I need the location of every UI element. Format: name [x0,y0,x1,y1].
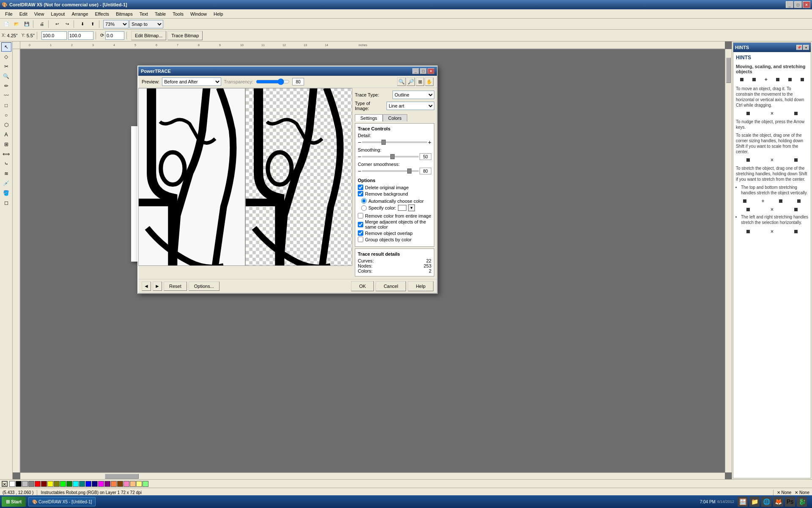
color-lightyellow[interactable] [136,481,142,487]
taskbar-icon-3[interactable]: 🌐 [761,497,771,507]
trace-bitmap-button[interactable]: Trace Bitmap [167,31,203,40]
color-olive[interactable] [54,481,60,487]
color-gray[interactable] [28,481,34,487]
snap-select[interactable]: Snap to [129,20,163,28]
outline-tool[interactable]: ◻ [1,198,11,207]
detail-track[interactable] [362,141,427,143]
undo-button[interactable]: ↩ [52,19,62,29]
colors-tab[interactable]: Colors [383,114,407,121]
redo-button[interactable]: ↪ [63,19,72,29]
corner-thumb[interactable] [407,168,411,174]
menu-layout[interactable]: Layout [47,11,68,17]
taskbar-icon-5[interactable]: 🐉 [797,497,807,507]
color-peach[interactable] [130,481,136,487]
menu-view[interactable]: View [31,11,48,17]
color-navy[interactable] [92,481,98,487]
color-green[interactable] [66,481,72,487]
menu-text[interactable]: Text [136,11,151,17]
title-bar-controls[interactable]: _ □ × [786,1,810,8]
corner-minus[interactable]: − [358,168,361,174]
help-button[interactable]: Help [408,281,433,291]
color-silver[interactable] [22,481,28,487]
blend-tool[interactable]: ≋ [1,169,11,178]
specify-color-swatch[interactable] [398,205,406,211]
remove-entire-check[interactable] [358,213,363,218]
h-scrollbar[interactable] [20,472,725,479]
merge-adjacent-check[interactable] [358,222,363,227]
menu-help[interactable]: Help [210,11,227,17]
table-tool[interactable]: ⊞ [1,140,11,149]
no-color-swatch[interactable]: ✕ [2,481,8,487]
fill-tool[interactable]: 🪣 [1,188,11,198]
edit-bitmap-button[interactable]: Edit Bitmap... [131,31,166,40]
ellipse-tool[interactable]: ○ [1,110,11,120]
taskbar-icon-ps[interactable]: Ps [785,497,795,507]
zoom-select[interactable]: 73% 100% 50% [103,20,129,28]
crop-tool[interactable]: ✂ [1,62,11,71]
print-button[interactable]: 🖨 [37,19,47,29]
start-button[interactable]: ⊞ Start [2,497,26,507]
color-lime[interactable] [60,481,66,487]
smoothing-thumb[interactable] [390,154,395,159]
menu-edit[interactable]: Edit [16,11,31,17]
corner-value[interactable] [420,168,431,174]
pt-minimize-button[interactable]: _ [412,68,419,74]
polygon-tool[interactable]: ⬡ [1,120,11,130]
color-red[interactable] [35,481,41,487]
v-scrollbar[interactable] [725,49,732,472]
menu-arrange[interactable]: Arrange [68,11,91,17]
image-type-select[interactable]: Line art Logo Detailed logo Clipart Low … [387,102,434,110]
specify-color-picker-button[interactable]: ▼ [408,204,415,211]
color-fuchsia[interactable] [98,481,104,487]
rect-tool[interactable]: □ [1,101,11,110]
color-cyan[interactable] [73,481,79,487]
settings-tab[interactable]: Settings [355,114,383,121]
parallel-dim-tool[interactable]: ⟺ [1,149,11,159]
cancel-button[interactable]: Cancel [376,281,406,291]
pt-close-button[interactable]: × [428,68,434,74]
text-tool[interactable]: A [1,130,11,139]
color-lightgreen[interactable] [143,481,148,487]
menu-window[interactable]: Window [187,11,210,17]
color-orange[interactable] [111,481,117,487]
shape-tool[interactable]: ◇ [1,52,11,61]
smoothing-track[interactable] [362,156,419,157]
maximize-button[interactable]: □ [794,1,802,8]
preview-select[interactable]: Before and After Before After [162,77,221,86]
detail-minus[interactable]: − [358,139,361,146]
group-by-color-check[interactable] [358,237,363,242]
menu-table[interactable]: Table [151,11,169,17]
color-blue[interactable] [85,481,91,487]
smoothing-value[interactable] [420,153,431,160]
height-input[interactable] [68,31,93,40]
smart-draw-tool[interactable]: 〰 [1,91,11,100]
import-button[interactable]: ⬇ [78,19,87,29]
transparency-value[interactable] [292,78,304,86]
reset-button[interactable]: Reset [164,282,187,291]
powertrace-title-bar[interactable]: PowerTRACE _ □ × [138,66,437,76]
smoothing-minus[interactable]: − [358,153,361,160]
h-scroll-thumb[interactable] [105,474,139,479]
color-teal[interactable] [79,481,85,487]
zoom-tool[interactable]: 🔍 [1,72,11,81]
color-white[interactable] [9,481,15,487]
pt-back-button[interactable]: ◄ [142,282,151,291]
new-button[interactable]: 📄 [2,19,11,29]
color-brown[interactable] [117,481,123,487]
export-button[interactable]: ⬆ [88,19,97,29]
taskbar-icon-1[interactable]: 🪟 [738,497,748,507]
color-yellow[interactable] [47,481,53,487]
pan-button[interactable]: ✋ [425,77,433,86]
detail-plus[interactable]: + [428,139,431,146]
taskbar-icon-2[interactable]: 📁 [749,497,760,507]
hints-close-button[interactable]: × [803,45,809,50]
corner-track[interactable] [362,170,419,172]
close-button[interactable]: × [803,1,810,8]
eyedropper-tool[interactable]: 💉 [1,179,11,188]
width-input[interactable] [41,31,67,40]
auto-choose-radio[interactable] [361,198,367,204]
menu-file[interactable]: File [2,11,16,17]
color-maroon[interactable] [41,481,47,487]
color-pink[interactable] [123,481,129,487]
color-palette-bar[interactable]: ✕ [0,479,812,488]
